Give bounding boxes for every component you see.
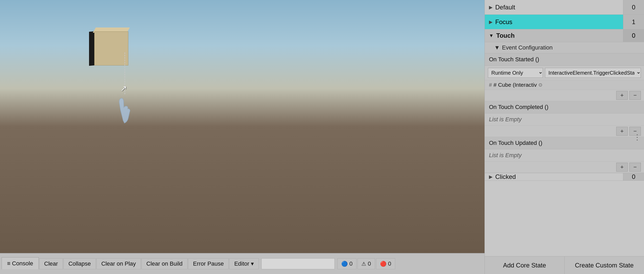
info-icon: 🔵 [341, 261, 348, 267]
focus-state-value: 1 [623, 15, 644, 29]
touch-header-expand[interactable]: ▼ Touch [485, 29, 623, 42]
on-touch-started-title: On Touch Started () [485, 53, 644, 66]
event-config-triangle-icon: ▼ [494, 44, 500, 51]
add-completed-button[interactable]: + [616, 127, 628, 136]
info-badge[interactable]: 🔵 0 [337, 258, 356, 269]
runtime-only-select[interactable]: Runtime Only Off Editor and Runtime [488, 68, 543, 78]
create-custom-state-label: Create Custom State [575, 262, 634, 269]
on-touch-updated-title: On Touch Updated () [485, 137, 644, 149]
console-badges: 🔵 0 ⚠ 0 🔴 0 [337, 258, 395, 269]
console-search-input[interactable] [261, 258, 335, 269]
object-reference-row: # # Cube (Interactiv ⊙ [485, 80, 644, 90]
clicked-state-row: ▶ Clicked 0 [485, 173, 644, 181]
default-state-label: Default [495, 4, 515, 11]
main-area: ↗ ≡ Console Clear Collapse [0, 0, 644, 274]
warn-count: 0 [368, 260, 371, 267]
add-core-state-label: Add Core State [503, 262, 546, 269]
editor-dropdown-button[interactable]: Editor ▾ [229, 258, 259, 269]
create-custom-state-button[interactable]: Create Custom State [565, 256, 644, 274]
on-touch-started-block: On Touch Started () Runtime Only Off Edi… [485, 53, 644, 101]
focus-state-expand[interactable]: ▶ Focus [485, 15, 623, 29]
collapse-button[interactable]: Collapse [63, 258, 96, 269]
clicked-state-expand[interactable]: ▶ Clicked [485, 173, 623, 180]
event-config-label: Event Configuration [502, 44, 553, 51]
console-area: ≡ Console Clear Collapse Clear on Play C… [0, 253, 485, 274]
target-icon: ⊙ [538, 82, 542, 88]
object-ref-label: # Cube (Interactiv [493, 82, 537, 88]
on-touch-completed-title: On Touch Completed () [485, 101, 644, 113]
default-triangle-icon: ▶ [489, 4, 493, 10]
on-touch-completed-empty: List is Empty [485, 113, 644, 125]
cursor-arrow: ↗ [120, 84, 127, 93]
on-touch-updated-add-remove: + − [485, 161, 644, 173]
on-touch-updated-empty: List is Empty [485, 149, 644, 161]
clear-on-build-button[interactable]: Clear on Build [141, 258, 188, 269]
touch-triangle-down-icon: ▼ [489, 33, 494, 39]
console-tab[interactable]: ≡ Console [2, 257, 39, 269]
focus-triangle-icon: ▶ [489, 19, 493, 25]
touch-value: 0 [623, 29, 644, 42]
default-state-row: ▶ Default 0 [485, 0, 644, 15]
on-touch-started-add-remove: + − [485, 90, 644, 101]
console-toolbar: ≡ Console Clear Collapse Clear on Play C… [0, 254, 485, 274]
on-touch-started-controls: Runtime Only Off Editor and Runtime Inte… [485, 66, 644, 80]
error-pause-button[interactable]: Error Pause [188, 258, 229, 269]
scene-canvas: ↗ [0, 0, 485, 253]
on-touch-completed-block: On Touch Completed () List is Empty + − [485, 101, 644, 137]
inspector-content: ▶ Default 0 ▶ Focus 1 ▼ Touch [485, 0, 644, 256]
focus-state-row: ▶ Focus 1 [485, 15, 644, 29]
error-badge[interactable]: 🔴 0 [376, 258, 395, 269]
scene-viewport: ↗ ≡ Console Clear Collapse [0, 0, 485, 274]
hand-object [115, 94, 136, 126]
add-updated-button[interactable]: + [616, 163, 628, 172]
ref-hash-icon: # [489, 82, 492, 88]
remove-entry-button[interactable]: − [629, 91, 641, 100]
default-state-value: 0 [623, 0, 644, 14]
focus-state-label: Focus [495, 18, 512, 26]
console-tab-icon: ≡ [7, 260, 10, 267]
warn-badge[interactable]: ⚠ 0 [357, 258, 375, 269]
touch-label: Touch [496, 32, 515, 39]
error-count: 0 [388, 260, 391, 267]
touch-section: ▼ Touch 0 ▼ Event Configuration On Touch… [485, 29, 644, 173]
on-touch-completed-add-remove: + − [485, 125, 644, 137]
on-touch-updated-block: On Touch Updated () List is Empty + − [485, 137, 644, 173]
cube-face-front [94, 31, 128, 65]
console-tab-label: Console [12, 260, 33, 267]
inspector-panel: ▶ Default 0 ▶ Focus 1 ▼ Touch [485, 0, 644, 274]
warn-icon: ⚠ [361, 261, 366, 267]
event-config-header[interactable]: ▼ Event Configuration [485, 42, 644, 53]
clicked-state-label: Clicked [495, 173, 516, 180]
clear-on-play-button[interactable]: Clear on Play [96, 258, 141, 269]
remove-updated-button[interactable]: − [629, 163, 641, 172]
function-select[interactable]: InteractiveElement.TriggerClickedState [545, 68, 641, 78]
clicked-state-value: 0 [623, 173, 644, 180]
info-count: 0 [349, 260, 353, 267]
console-menu-button[interactable]: ⋮ [634, 133, 641, 141]
touch-header-row: ▼ Touch 0 [485, 29, 644, 42]
bottom-buttons: Add Core State Create Custom State [485, 256, 644, 274]
add-entry-button[interactable]: + [616, 91, 628, 100]
clicked-triangle-icon: ▶ [489, 174, 493, 180]
default-state-expand[interactable]: ▶ Default [485, 0, 623, 14]
clear-button[interactable]: Clear [39, 258, 63, 269]
add-core-state-button[interactable]: Add Core State [485, 256, 565, 274]
error-icon: 🔴 [380, 261, 387, 267]
